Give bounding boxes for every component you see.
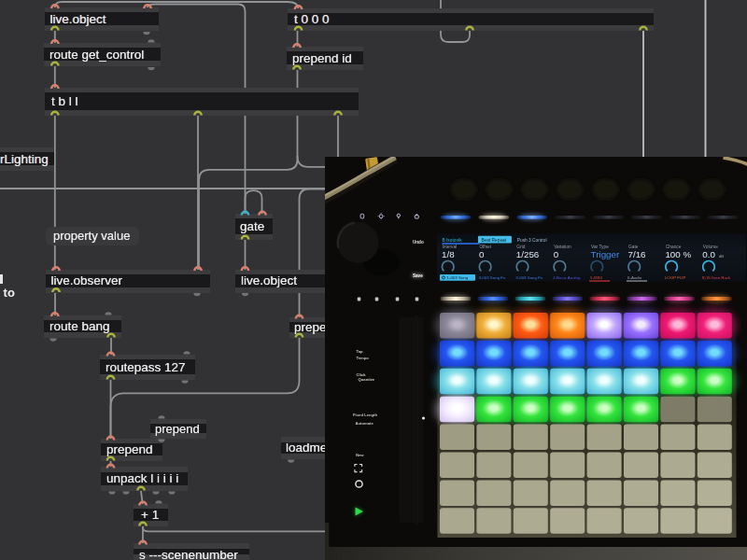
svg-text:3-003 Song Fx: 3-003 Song Fx — [515, 275, 543, 280]
svg-text:Tap: Tap — [356, 349, 363, 354]
svg-text:1/8: 1/8 — [442, 249, 455, 259]
svg-text:1/256: 1/256 — [515, 249, 539, 259]
svg-text:LOOP FLIP: LOOP FLIP — [664, 275, 685, 280]
svg-text:Trigger: Trigger — [590, 249, 619, 259]
svg-text:6-Audio: 6-Audio — [627, 275, 642, 280]
svg-text:Quantize: Quantize — [358, 377, 374, 382]
svg-text:8) B-Gren Rack: 8) B-Gren Rack — [701, 275, 730, 280]
svg-text:3-003 Song Fx: 3-003 Song Fx — [478, 275, 506, 280]
svg-text:B Isotonik: B Isotonik — [442, 238, 462, 243]
svg-text:100 %: 100 % — [665, 249, 691, 259]
svg-text:dB: dB — [718, 254, 723, 259]
svg-text:0.0: 0.0 — [702, 249, 715, 259]
svg-text:Click: Click — [356, 372, 366, 377]
svg-text:Automate: Automate — [355, 421, 374, 426]
svg-text:Undo: Undo — [413, 240, 424, 245]
svg-text:0: 0 — [553, 249, 558, 259]
svg-text:Beat Repeat: Beat Repeat — [481, 238, 506, 243]
svg-text:5-MIDI: 5-MIDI — [590, 275, 602, 280]
svg-text:Push 3 Control: Push 3 Control — [516, 238, 546, 243]
svg-text:Save: Save — [412, 273, 423, 278]
svg-text:1-003 Song: 1-003 Song — [446, 275, 468, 280]
svg-text:Tempo: Tempo — [356, 356, 369, 360]
svg-text:7/16: 7/16 — [627, 249, 646, 259]
svg-text:Fixed Length: Fixed Length — [353, 413, 377, 417]
svg-text:New: New — [356, 453, 364, 457]
svg-text:0: 0 — [478, 249, 484, 259]
svg-text:4-Basic Analog: 4-Basic Analog — [553, 275, 581, 280]
